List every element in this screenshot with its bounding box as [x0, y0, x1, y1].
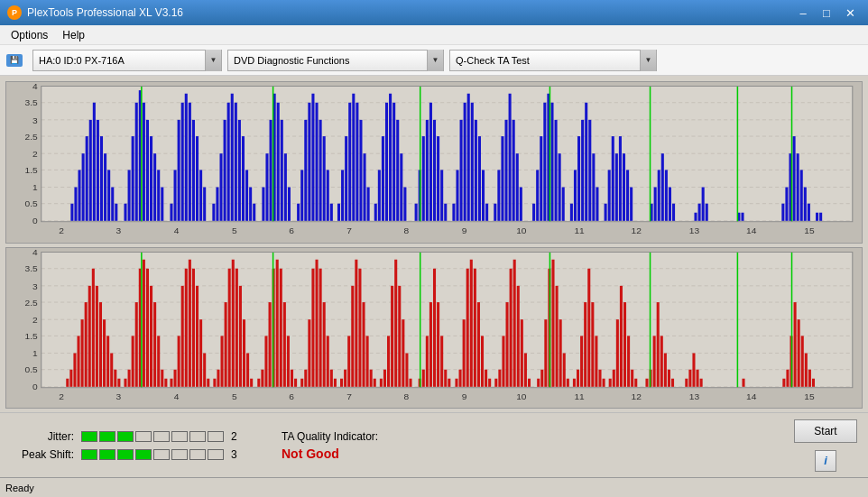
- svg-text:6: 6: [289, 391, 294, 400]
- top-chart-inner: 4 3.5 3 2.5 2 1.5 1 0.5 0: [6, 82, 862, 243]
- svg-rect-342: [563, 353, 566, 386]
- svg-rect-384: [812, 378, 815, 386]
- svg-rect-60: [238, 120, 241, 221]
- jitter-seg-8: [208, 431, 224, 442]
- jitter-seg-3: [117, 431, 134, 442]
- svg-rect-110: [452, 204, 455, 221]
- svg-rect-98: [396, 120, 399, 221]
- svg-rect-348: [587, 268, 590, 386]
- svg-rect-43: [170, 204, 172, 221]
- svg-rect-218: [69, 369, 72, 386]
- svg-rect-333: [524, 353, 527, 386]
- svg-rect-234: [132, 336, 134, 386]
- svg-rect-296: [374, 378, 376, 386]
- svg-rect-73: [297, 204, 300, 221]
- svg-rect-19: [70, 204, 73, 221]
- charts-area: 4 3.5 3 2.5 2 1.5 1 0.5 0: [0, 76, 868, 412]
- close-button[interactable]: ✕: [839, 4, 861, 22]
- svg-rect-281: [316, 259, 319, 386]
- bottom-chart-inner: 4 3.5 3 2.5 2 1.5 1 0.5 0: [6, 248, 862, 409]
- svg-rect-271: [276, 259, 279, 386]
- svg-rect-159: [672, 204, 675, 221]
- svg-rect-222: [85, 302, 88, 387]
- minimize-button[interactable]: –: [792, 4, 814, 22]
- svg-rect-294: [366, 336, 369, 386]
- svg-rect-170: [797, 153, 799, 221]
- info-button[interactable]: i: [815, 450, 836, 472]
- svg-rect-302: [398, 285, 401, 386]
- svg-rect-372: [697, 369, 699, 386]
- svg-rect-174: [816, 213, 818, 221]
- svg-rect-31: [115, 204, 117, 221]
- svg-text:11: 11: [574, 226, 584, 235]
- svg-rect-221: [81, 319, 84, 387]
- menu-options[interactable]: Options: [4, 27, 55, 43]
- start-button[interactable]: Start: [794, 419, 857, 443]
- svg-text:12: 12: [632, 226, 642, 235]
- svg-rect-343: [567, 378, 569, 386]
- svg-rect-158: [669, 188, 671, 221]
- svg-text:3: 3: [116, 391, 122, 400]
- function-combo-arrow[interactable]: ▼: [427, 50, 443, 71]
- test-combo[interactable]: Q-Check TA Test ▼: [449, 50, 657, 71]
- jitter-seg-5: [153, 431, 170, 442]
- svg-rect-264: [246, 353, 249, 386]
- svg-rect-115: [471, 103, 474, 221]
- svg-rect-86: [348, 103, 351, 221]
- svg-rect-337: [544, 319, 547, 387]
- peak-seg-1: [81, 449, 97, 460]
- svg-rect-269: [269, 302, 272, 387]
- svg-rect-25: [93, 103, 96, 221]
- svg-rect-256: [217, 369, 219, 386]
- svg-text:1.5: 1.5: [24, 166, 37, 175]
- svg-rect-24: [89, 120, 92, 221]
- svg-rect-347: [584, 302, 586, 387]
- svg-text:2: 2: [59, 226, 64, 235]
- svg-rect-376: [782, 378, 785, 386]
- svg-rect-282: [319, 268, 322, 386]
- svg-rect-175: [819, 213, 822, 221]
- svg-rect-312: [440, 336, 443, 386]
- svg-rect-93: [378, 170, 381, 220]
- svg-rect-130: [540, 136, 542, 221]
- test-combo-arrow[interactable]: ▼: [640, 50, 656, 71]
- svg-rect-284: [327, 336, 329, 386]
- svg-text:15: 15: [804, 391, 814, 400]
- peak-seg-2: [99, 449, 115, 460]
- menu-help[interactable]: Help: [55, 27, 92, 43]
- svg-rect-23: [86, 136, 88, 221]
- drive-combo-arrow[interactable]: ▼: [205, 50, 221, 71]
- svg-rect-274: [287, 336, 290, 386]
- quality-indicator-label: TA Quality Indicator:: [282, 430, 378, 443]
- svg-rect-240: [153, 302, 156, 387]
- svg-rect-52: [203, 188, 206, 221]
- svg-rect-355: [616, 319, 619, 387]
- svg-rect-84: [341, 170, 344, 220]
- svg-rect-259: [228, 268, 231, 386]
- svg-rect-315: [455, 378, 457, 386]
- drive-combo[interactable]: HA:0 ID:0 PX-716A ▼: [32, 50, 222, 71]
- svg-rect-381: [801, 336, 804, 386]
- svg-rect-326: [498, 369, 501, 386]
- svg-text:13: 13: [689, 391, 699, 400]
- svg-rect-351: [598, 369, 601, 386]
- svg-rect-72: [288, 188, 291, 221]
- svg-rect-124: [509, 94, 512, 221]
- svg-rect-340: [556, 285, 559, 386]
- svg-rect-152: [630, 188, 633, 221]
- svg-rect-71: [284, 153, 287, 221]
- svg-text:4: 4: [174, 391, 180, 400]
- peak-seg-7: [189, 449, 206, 460]
- start-button-area: Start i: [794, 419, 857, 472]
- svg-rect-277: [300, 378, 303, 386]
- svg-rect-157: [665, 170, 668, 220]
- svg-rect-349: [591, 302, 594, 387]
- svg-rect-125: [512, 120, 515, 221]
- svg-rect-51: [199, 170, 202, 220]
- maximize-button[interactable]: □: [816, 4, 837, 22]
- function-combo-text: DVD Diagnostic Functions: [228, 55, 427, 66]
- svg-rect-97: [392, 103, 395, 221]
- peak-shift-progress: [81, 449, 224, 460]
- function-combo[interactable]: DVD Diagnostic Functions ▼: [227, 50, 444, 71]
- svg-rect-369: [685, 378, 688, 386]
